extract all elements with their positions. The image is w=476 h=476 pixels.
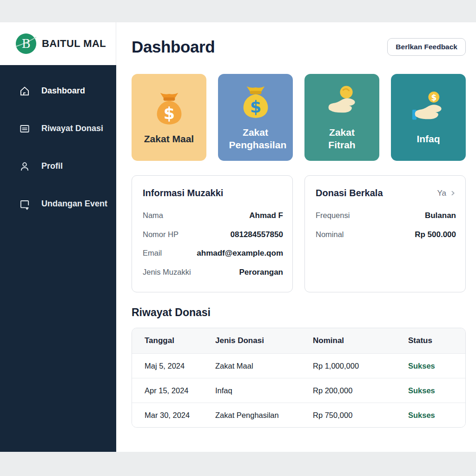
field-value: ahmadf@example.qom <box>197 249 283 258</box>
table-header-row: TanggalJenis DonasiNominalStatus <box>132 328 465 353</box>
field-label: Email <box>143 249 162 258</box>
category-cards-row: $ Zakat Maal $ Zakat PenghasilanZakat Fi… <box>132 74 466 161</box>
table-row: Maj 5, 2024Zakat MaalRp 1,000,000Sukses <box>132 353 465 378</box>
cell-jenis-donasi: Zakat Penghasilan <box>215 411 313 420</box>
cell-tanggal: Maj 5, 2024 <box>145 362 215 370</box>
person-icon <box>19 160 31 172</box>
sidebar-item-label: Profil <box>41 161 63 171</box>
hand-coin-icon <box>322 83 362 123</box>
svg-text:$: $ <box>431 93 436 102</box>
sidebar-item-label: Dashboard <box>41 86 85 96</box>
category-card-label: Zakat Fitrah <box>316 126 369 152</box>
recurring-donation-card: Donasi Berkala Ya FrequensiBulananNomina… <box>304 175 466 292</box>
cell-nominal: Rp 1,000,000 <box>313 362 408 370</box>
cell-jenis-donasi: Infaq <box>215 386 313 395</box>
sidebar-item-riwayat-donasi[interactable]: Riwayat Donasi <box>0 110 116 147</box>
field-label: Nama <box>143 211 163 220</box>
hand-coin-dollar-icon: $ <box>409 90 449 130</box>
field-value: Perorangan <box>239 268 283 277</box>
list-icon <box>19 123 31 135</box>
field-value: Bulanan <box>425 211 456 220</box>
sidebar-item-label: Undangan Event <box>41 199 107 209</box>
app-window: B BAITUL MAL DashboardRiwayat DonasiProf… <box>0 22 476 452</box>
home-icon <box>19 85 31 97</box>
history-section-title: Riwayat Donasi <box>132 306 466 319</box>
category-card-label: Zakat Penghasilan <box>229 126 282 152</box>
column-header-jenis-donasi: Jenis Donasi <box>215 336 313 345</box>
category-card-zakat-fitrah[interactable]: Zakat Fitrah <box>304 74 379 161</box>
brand-logo: B BAITUL MAL <box>0 22 116 65</box>
recurring-card-title: Donasi Berkala <box>316 188 383 198</box>
table-row: Mar 30, 2024Zakat PenghasilanRp 750,000S… <box>132 403 465 427</box>
svg-text:B: B <box>21 37 30 51</box>
recurring-field-frequensi: FrequensiBulanan <box>316 211 456 220</box>
svg-text:$: $ <box>250 97 261 116</box>
donation-history-table: TanggalJenis DonasiNominalStatus Maj 5, … <box>132 328 466 428</box>
sidebar-item-undangan-event[interactable]: Undangan Event <box>0 185 116 223</box>
field-value: Ahmad F <box>249 211 283 220</box>
muzakki-card-title: Informasi Muzakki <box>143 188 223 198</box>
page-title: Dashboard <box>132 38 215 56</box>
muzakki-field-nomor-hp: Nomor HP081284557850 <box>143 230 283 239</box>
recurring-fields: FrequensiBulananNominalRp 500.000 <box>316 211 456 239</box>
field-label: Frequensi <box>316 211 350 220</box>
page-background: B BAITUL MAL DashboardRiwayat DonasiProf… <box>0 0 476 476</box>
sidebar-item-profil[interactable]: Profil <box>0 147 116 185</box>
category-card-label: Infaq <box>416 133 440 145</box>
sidebar-nav: DashboardRiwayat DonasiProfilUndangan Ev… <box>0 65 116 452</box>
svg-text:$: $ <box>163 104 174 123</box>
feedback-button[interactable]: Berlkan Feedback <box>387 38 466 56</box>
cell-tanggal: Mar 30, 2024 <box>145 411 215 420</box>
column-header-status: Status <box>408 336 453 345</box>
column-header-tanggal: Tanggal <box>145 336 215 345</box>
sidebar: B BAITUL MAL DashboardRiwayat DonasiProf… <box>0 22 116 452</box>
cell-nominal: Rp 200,000 <box>313 386 408 395</box>
category-card-zakat-penghasilan[interactable]: $ Zakat Penghasilan <box>218 74 293 161</box>
column-header-nominal: Nominal <box>313 336 408 345</box>
category-card-infaq[interactable]: $Infaq <box>391 74 466 161</box>
status-badge: Sukses <box>408 386 453 395</box>
brand-name: BAITUL MAL <box>42 38 106 50</box>
category-card-zakat-maal[interactable]: $ Zakat Maal <box>132 74 206 161</box>
cell-jenis-donasi: Zakat Maal <box>215 362 313 370</box>
main-content: Dashboard Berlkan Feedback $ Zakat Maal … <box>116 22 476 452</box>
sidebar-item-dashboard[interactable]: Dashboard <box>0 72 116 110</box>
money-bag-yellow-icon: $ <box>236 83 276 123</box>
muzakki-field-nama: NamaAhmad F <box>143 211 283 220</box>
field-label: Jenis Muzakki <box>143 268 191 277</box>
muzakki-fields: NamaAhmad FNomor HP081284557850Emailahma… <box>143 211 283 277</box>
field-value: Rp 500.000 <box>415 230 456 239</box>
page-header: Dashboard Berlkan Feedback <box>132 36 466 58</box>
info-cards-row: Informasi Muzakki NamaAhmad FNomor HP081… <box>132 175 466 292</box>
event-icon <box>19 198 31 210</box>
table-row: Apr 15, 2024InfaqRp 200,000Sukses <box>132 378 465 403</box>
sidebar-item-label: Riwayat Donasi <box>41 124 103 133</box>
muzakki-info-card: Informasi Muzakki NamaAhmad FNomor HP081… <box>132 175 293 292</box>
recurring-toggle-value: Ya <box>437 189 446 198</box>
field-label: Nomor HP <box>143 230 178 239</box>
table-body: Maj 5, 2024Zakat MaalRp 1,000,000SuksesA… <box>132 353 465 427</box>
status-badge: Sukses <box>408 411 453 420</box>
cell-tanggal: Apr 15, 2024 <box>145 386 215 395</box>
recurring-field-nominal: NominalRp 500.000 <box>316 230 456 239</box>
muzakki-field-email: Emailahmadf@example.qom <box>143 249 283 258</box>
money-bag-orange-icon: $ <box>149 90 189 130</box>
chevron-right-icon <box>450 190 456 196</box>
muzakki-field-jenis-muzakki: Jenis MuzakkiPerorangan <box>143 268 283 277</box>
brand-logo-icon: B <box>15 33 37 54</box>
recurring-toggle[interactable]: Ya <box>437 189 456 198</box>
field-label: Nominal <box>316 230 344 239</box>
category-card-label: Zakat Maal <box>144 133 194 145</box>
field-value: 081284557850 <box>231 230 283 239</box>
cell-nominal: Rp 750,000 <box>313 411 408 420</box>
status-badge: Sukses <box>408 362 453 370</box>
